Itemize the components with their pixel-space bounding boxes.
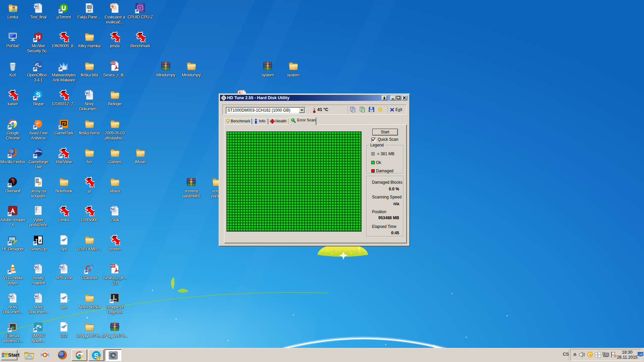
svg-text:1: 1 (97, 357, 99, 360)
